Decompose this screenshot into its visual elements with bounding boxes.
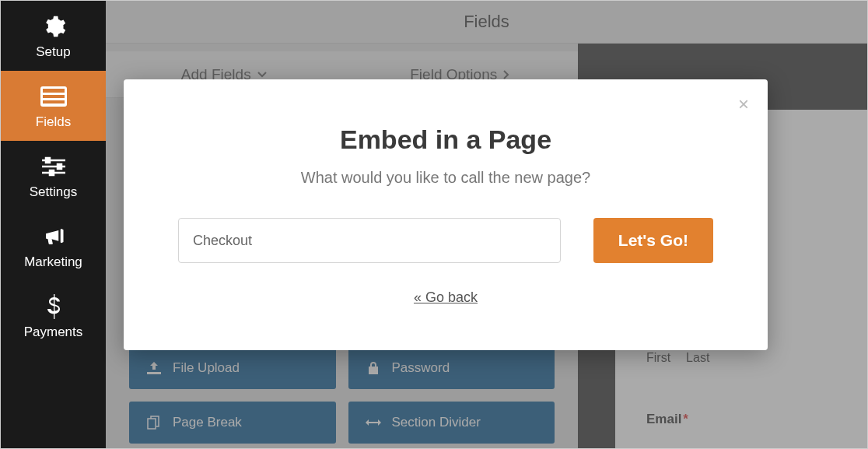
svg-rect-5 [46,158,50,163]
svg-rect-1 [43,89,65,93]
chevron-right-icon [503,70,509,79]
preview-email-label: Email* [615,412,852,427]
field-section-divider[interactable]: Section Divider [348,402,555,444]
form-icon [40,85,68,108]
go-back-link[interactable]: « Go back [414,289,478,306]
lock-icon [366,361,381,375]
field-file-upload[interactable]: File Upload [129,347,336,389]
preview-first-label: First [646,351,670,365]
field-page-break[interactable]: Page Break [129,402,336,444]
divider-icon [366,418,381,427]
svg-rect-10 [148,419,156,429]
svg-rect-2 [43,95,65,98]
sidebar-item-payments[interactable]: Payments [1,281,106,351]
field-password[interactable]: Password [348,347,555,389]
sidebar-item-fields[interactable]: Fields [1,71,106,141]
sidebar: Setup Fields Settings Marketing Payments [1,1,106,448]
modal-title: Embed in a Page [163,125,729,155]
preview-email-text: Email [646,412,681,426]
required-asterisk: * [683,412,688,426]
svg-rect-3 [43,100,65,103]
sidebar-label: Payments [24,324,83,340]
dollar-icon [40,295,68,318]
lets-go-button[interactable]: Let's Go! [593,218,713,263]
sidebar-item-marketing[interactable]: Marketing [1,211,106,281]
sidebar-item-setup[interactable]: Setup [1,1,106,71]
modal-subtitle: What would you like to call the new page… [163,169,729,187]
sidebar-item-settings[interactable]: Settings [1,141,106,211]
field-label: Page Break [173,415,242,430]
page-title: Fields [106,1,867,44]
field-label: Section Divider [392,415,481,430]
bullhorn-icon [40,225,68,248]
copy-icon [146,416,162,430]
page-name-input[interactable] [178,218,561,263]
sliders-icon [40,155,68,178]
field-label: Password [392,360,450,376]
sidebar-label: Settings [30,184,77,200]
embed-modal: × Embed in a Page What would you like to… [124,79,768,350]
preview-last-label: Last [686,351,709,365]
sidebar-label: Marketing [24,254,82,270]
sidebar-label: Fields [36,114,71,130]
upload-icon [146,362,162,374]
svg-rect-9 [50,170,54,175]
sidebar-label: Setup [36,44,70,60]
gear-icon [40,15,68,38]
field-label: File Upload [173,360,240,376]
svg-rect-7 [58,164,61,169]
chevron-down-icon [257,72,267,78]
close-button[interactable]: × [738,93,749,115]
